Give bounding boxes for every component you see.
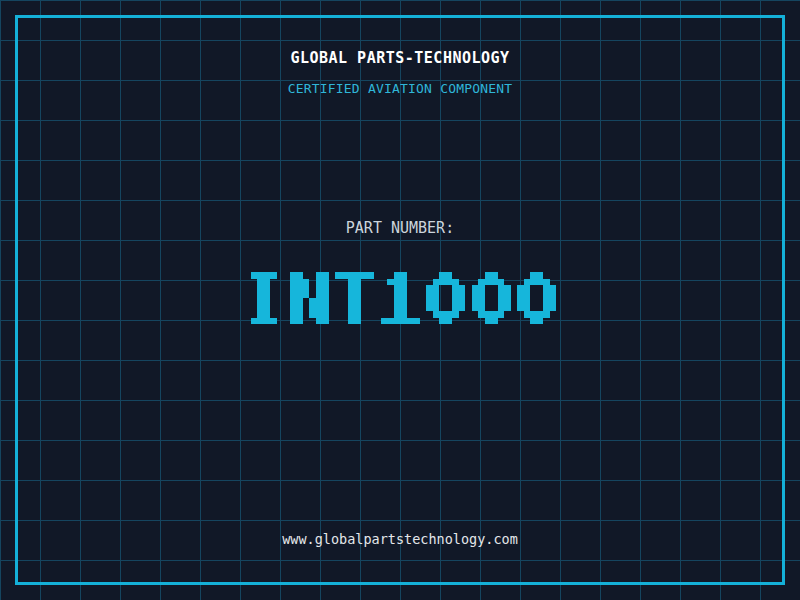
part-number-pixel-text bbox=[244, 272, 556, 324]
certification-tagline: CERTIFIED AVIATION COMPONENT bbox=[0, 81, 800, 96]
company-name: GLOBAL PARTS-TECHNOLOGY bbox=[0, 49, 800, 67]
part-number-label: PART NUMBER: bbox=[0, 219, 800, 237]
certificate-screen: GLOBAL PARTS-TECHNOLOGY CERTIFIED AVIATI… bbox=[0, 0, 800, 600]
website-url: www.globalpartstechnology.com bbox=[0, 531, 800, 547]
part-number-value bbox=[0, 272, 800, 324]
